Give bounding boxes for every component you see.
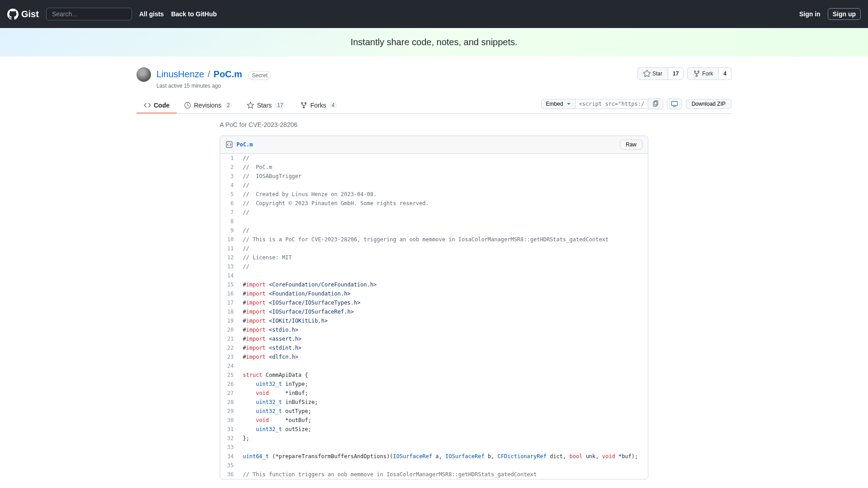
line-number[interactable]: 3 (220, 172, 238, 181)
embed-dropdown[interactable]: Embed (541, 99, 576, 109)
sign-up-button[interactable]: Sign up (828, 8, 861, 20)
line-content[interactable]: // (238, 181, 648, 190)
line-content[interactable]: // (238, 154, 648, 163)
line-content[interactable]: // IOSABugTrigger (238, 172, 648, 181)
line-number[interactable]: 27 (220, 389, 238, 398)
line-number[interactable]: 26 (220, 380, 238, 389)
gist-filename-link[interactable]: PoC.m (213, 69, 242, 79)
line-content[interactable]: #import <stdio.h> (238, 325, 648, 334)
line-number[interactable]: 30 (220, 416, 238, 425)
tab-revisions[interactable]: Revisions 2 (177, 98, 240, 113)
line-number[interactable]: 20 (220, 325, 238, 334)
line-content[interactable]: // This function triggers an oob memmove… (238, 470, 648, 479)
line-content[interactable]: }; (238, 434, 648, 443)
search-input[interactable] (46, 8, 132, 20)
line-number[interactable]: 31 (220, 425, 238, 434)
line-content[interactable]: void *inBuf; (238, 389, 648, 398)
code-line: 31 uint32_t outSize; (220, 425, 648, 434)
line-content[interactable]: #import <CoreFoundation/CoreFoundation.h… (238, 280, 648, 289)
nav-all-gists[interactable]: All gists (139, 10, 164, 18)
line-content[interactable]: #import <IOKit/IOKitLib.h> (238, 316, 648, 325)
tab-forks-label: Forks (310, 102, 326, 109)
file-name-link[interactable]: PoC.m (236, 141, 253, 148)
line-number[interactable]: 15 (220, 280, 238, 289)
tab-forks[interactable]: Forks 4 (293, 98, 344, 113)
fork-button[interactable]: Fork (687, 67, 719, 80)
line-content[interactable]: // Copyright © 2023 Pinauten GmbH. Some … (238, 199, 648, 208)
line-content[interactable]: #import <dlfcn.h> (238, 352, 648, 361)
line-content[interactable]: #import <stdint.h> (238, 343, 648, 352)
line-number[interactable]: 9 (220, 226, 238, 235)
nav-back-to-github[interactable]: Back to GitHub (171, 10, 217, 18)
line-content[interactable]: // (238, 208, 648, 217)
line-content[interactable]: uint64_t (*prepareTransformBuffersAndOpt… (238, 452, 648, 461)
line-number[interactable]: 2 (220, 163, 238, 172)
line-content[interactable]: #import <Foundation/Foundation.h> (238, 289, 648, 298)
line-number[interactable]: 32 (220, 434, 238, 443)
line-number[interactable]: 25 (220, 371, 238, 380)
line-number[interactable]: 4 (220, 181, 238, 190)
line-number[interactable]: 5 (220, 190, 238, 199)
line-number[interactable]: 33 (220, 443, 238, 452)
line-content[interactable]: // Created by Linus Henze on 2023-04-08. (238, 190, 648, 199)
line-number[interactable]: 10 (220, 235, 238, 244)
line-number[interactable]: 18 (220, 307, 238, 316)
line-content[interactable]: struct CommApiData { (238, 371, 648, 380)
line-number[interactable]: 12 (220, 253, 238, 262)
line-content[interactable]: #import <IOSurface/IOSurfaceTypes.h> (238, 298, 648, 307)
tab-stars[interactable]: Stars 17 (240, 98, 293, 113)
line-number[interactable]: 28 (220, 398, 238, 407)
line-number[interactable]: 13 (220, 262, 238, 271)
star-button[interactable]: Star (637, 67, 668, 80)
line-content[interactable] (238, 217, 648, 226)
copy-button[interactable] (648, 99, 663, 109)
line-number[interactable]: 35 (220, 461, 238, 470)
line-number[interactable]: 23 (220, 352, 238, 361)
avatar[interactable] (137, 67, 151, 82)
line-content[interactable]: uint32_t outSize; (238, 425, 648, 434)
star-count[interactable]: 17 (668, 67, 684, 80)
line-content[interactable]: // (238, 244, 648, 253)
tab-code[interactable]: Code (137, 98, 177, 113)
line-number[interactable]: 36 (220, 470, 238, 479)
gist-logo[interactable]: Gist (7, 9, 39, 20)
fork-count[interactable]: 4 (719, 67, 731, 80)
line-content[interactable] (238, 443, 648, 452)
line-content[interactable]: // PoC.m (238, 163, 648, 172)
line-number[interactable]: 22 (220, 343, 238, 352)
open-desktop-button[interactable] (667, 99, 682, 109)
line-number[interactable]: 24 (220, 361, 238, 371)
line-content[interactable]: // License: MIT (238, 253, 648, 262)
line-number[interactable]: 16 (220, 289, 238, 298)
author-link[interactable]: LinusHenze (156, 69, 204, 79)
line-number[interactable]: 21 (220, 334, 238, 343)
line-content[interactable]: // (238, 226, 648, 235)
line-content[interactable]: uint32_t inBufSize; (238, 398, 648, 407)
line-number[interactable]: 14 (220, 271, 238, 280)
line-number[interactable]: 29 (220, 407, 238, 416)
line-content[interactable]: uint32_t inType; (238, 380, 648, 389)
line-number[interactable]: 6 (220, 199, 238, 208)
line-content[interactable]: void *outBuf; (238, 416, 648, 425)
line-content[interactable]: // (238, 262, 648, 271)
line-number[interactable]: 7 (220, 208, 238, 217)
embed-input[interactable] (576, 99, 648, 109)
line-content[interactable]: // This is a PoC for CVE-2023-28206, tri… (238, 235, 648, 244)
download-zip-button[interactable]: Download ZIP (686, 99, 731, 109)
sign-in-link[interactable]: Sign in (799, 10, 821, 18)
raw-button[interactable]: Raw (620, 140, 642, 150)
line-content[interactable]: #import <assert.h> (238, 334, 648, 343)
line-content[interactable]: #import <IOSurface/IOSurfaceRef.h> (238, 307, 648, 316)
code-line: 2// PoC.m (220, 163, 648, 172)
line-number[interactable]: 17 (220, 298, 238, 307)
line-content[interactable]: uint32_t outType; (238, 407, 648, 416)
line-content[interactable] (238, 461, 648, 470)
code-line: 1// (220, 154, 648, 163)
line-number[interactable]: 34 (220, 452, 238, 461)
line-number[interactable]: 1 (220, 154, 238, 163)
line-content[interactable] (238, 361, 648, 371)
line-number[interactable]: 8 (220, 217, 238, 226)
line-number[interactable]: 11 (220, 244, 238, 253)
line-number[interactable]: 19 (220, 316, 238, 325)
line-content[interactable] (238, 271, 648, 280)
